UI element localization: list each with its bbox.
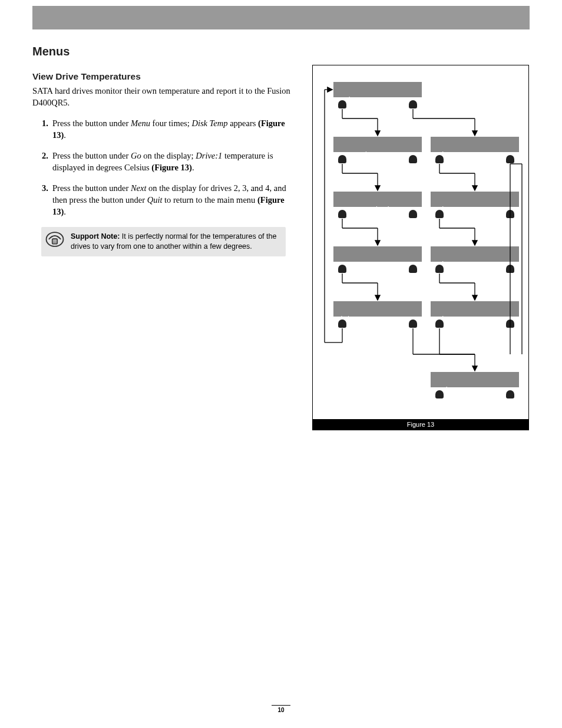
svg-point-6: [54, 241, 55, 242]
step-text: .: [64, 207, 66, 216]
step-em: Menu: [131, 118, 150, 128]
step-2: 2. Press the button under Go on the disp…: [44, 150, 292, 173]
lcd-raid-mode: RAID Mode -NextGo-: [333, 137, 422, 152]
lcd-smart-status: SMART Status -NextGo-: [333, 246, 422, 262]
lcd-button-left[interactable]: [338, 265, 346, 273]
button-row: [431, 153, 519, 165]
lcd-button-left[interactable]: [435, 155, 444, 163]
figure-13: Fusion QR5 v1.0 -Menu RAID Mode -NextGo-…: [312, 65, 529, 430]
svg-point-5: [53, 241, 54, 242]
lcd-button-right[interactable]: [409, 319, 417, 328]
header-bar: [32, 6, 530, 29]
step-number: 1.: [42, 118, 48, 130]
lcd-line2-right: Go-: [408, 227, 419, 234]
step-3: 3. Press the button under Next on the di…: [44, 183, 292, 218]
svg-point-8: [53, 242, 54, 243]
lcd-button-right[interactable]: [506, 319, 514, 328]
section-heading: Menus: [32, 45, 292, 58]
lcd-button-left[interactable]: [338, 100, 346, 108]
lcd-button-left[interactable]: [435, 319, 444, 328]
button-row: [431, 388, 519, 400]
step-number: 3.: [42, 183, 48, 195]
lcd-button-right[interactable]: [506, 390, 514, 398]
svg-point-10: [55, 242, 57, 243]
step-text: Press the button under: [52, 183, 131, 193]
figure-caption: Figure 13: [313, 419, 528, 430]
lcd-button-right[interactable]: [409, 265, 417, 273]
lcd-line2-left: -Quit: [336, 337, 355, 344]
lcd-line2-left: -Next: [336, 172, 355, 179]
step-em: Drive:1: [196, 151, 222, 160]
step-em: Go: [131, 151, 141, 160]
step-em: Disk Temp: [191, 118, 227, 128]
lcd-drive2: Drive:2: 36 -Next: [431, 192, 519, 207]
button-row: [431, 318, 519, 330]
step-1: 1. Press the button under Menu four time…: [44, 118, 292, 141]
lcd-line2-left: -Menu: [336, 117, 355, 124]
step-text: .: [192, 163, 194, 172]
svg-point-7: [55, 241, 57, 242]
button-row: [333, 153, 422, 165]
lcd-top: Fusion QR5 v1.0 -Menu: [333, 82, 422, 97]
step-text: four times;: [150, 118, 191, 128]
lcd-button-right[interactable]: [506, 155, 514, 163]
step-em: Next: [131, 183, 147, 193]
lcd-button-right[interactable]: [506, 210, 514, 218]
support-phone-icon: [45, 229, 65, 249]
lcd-button-right[interactable]: [409, 155, 417, 163]
step-text: Press the button under: [52, 151, 131, 160]
note-label: Support Note:: [71, 232, 120, 241]
lcd-drive1: Drive:1: 37 -Next: [431, 137, 519, 152]
button-row: [333, 263, 422, 275]
lcd-disk-temp: Disk Temp -QuitGo-: [333, 301, 422, 317]
lcd-button-left[interactable]: [435, 210, 444, 218]
step-em: Quit: [147, 195, 163, 205]
support-note: Support Note: It is perfectly normal for…: [41, 227, 286, 256]
lcd-line2-right: Go-: [408, 282, 419, 289]
step-text: Press the button under: [52, 118, 131, 128]
svg-point-2: [53, 240, 54, 241]
lcd-button-right[interactable]: [409, 210, 417, 218]
lcd-button-left[interactable]: [435, 265, 444, 273]
steps-list: 1. Press the button under Menu four time…: [32, 118, 292, 218]
lcd-button-left[interactable]: [338, 210, 346, 218]
intro-paragraph: SATA hard drives monitor their own tempe…: [32, 85, 292, 108]
lcd-end: Fusion QR5 v1.0 -Menu: [431, 372, 519, 387]
lcd-line2-left: -Next: [433, 227, 452, 234]
lcd-line2-left: -Menu: [433, 407, 452, 414]
lcd-button-left[interactable]: [338, 155, 346, 163]
step-text: to return to the main menu: [162, 195, 257, 205]
lcd-button-right[interactable]: [409, 100, 417, 108]
lcd-line2-left: -Next: [336, 282, 355, 289]
button-row: [333, 98, 422, 110]
page-number: 10: [0, 707, 562, 713]
lcd-line2-left: -Next: [336, 227, 355, 234]
button-row: [333, 208, 422, 220]
svg-point-4: [55, 240, 57, 241]
svg-point-9: [54, 242, 55, 243]
lcd-line2-left: -Next: [433, 172, 452, 179]
step-text: .: [64, 130, 66, 140]
main-text-column: Menus View Drive Temperatures SATA hard …: [32, 45, 292, 256]
step-text: appears: [228, 118, 259, 128]
lcd-button-left[interactable]: [338, 319, 346, 328]
lcd-line2-left: -Quit: [433, 337, 452, 344]
lcd-line2-right: Go-: [408, 172, 419, 179]
lcd-drive4: Drive:4: 35 -Quit: [431, 301, 519, 317]
step-number: 2.: [42, 150, 48, 162]
svg-point-3: [54, 240, 55, 241]
step-text: on the display;: [141, 151, 196, 160]
button-row: [431, 208, 519, 220]
figure-ref: (Figure 13): [151, 163, 192, 172]
lcd-drive3: Drive:3: 36 -Next: [431, 246, 519, 262]
lcd-button-right[interactable]: [506, 265, 514, 273]
lcd-line2-right: Go-: [408, 337, 419, 344]
button-row: [333, 318, 422, 330]
lcd-button-left[interactable]: [435, 390, 444, 398]
lcd-error-stats: Error Statistics -NextGo-: [333, 192, 422, 207]
subsection-heading: View Drive Temperatures: [32, 71, 292, 82]
lcd-line2-left: -Next: [433, 282, 452, 289]
button-row: [431, 263, 519, 275]
